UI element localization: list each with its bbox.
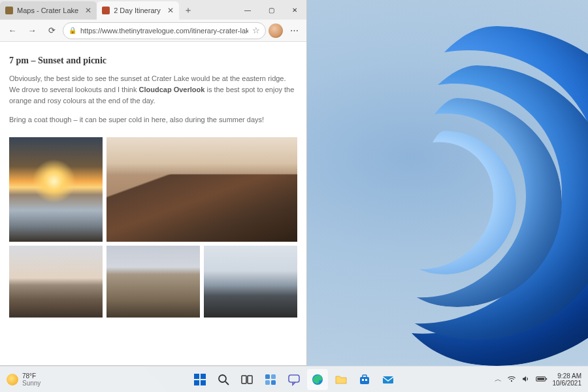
- favicon-icon: [102, 7, 110, 14]
- clock-date: 10/6/2021: [553, 380, 582, 387]
- close-tab-icon[interactable]: ✕: [167, 6, 174, 15]
- back-button[interactable]: ←: [4, 22, 21, 39]
- favorite-icon[interactable]: ☆: [252, 25, 260, 35]
- weather-temp: 78°F: [22, 372, 41, 380]
- wifi-icon[interactable]: [507, 374, 516, 385]
- svg-rect-1: [201, 374, 206, 379]
- close-window-button[interactable]: ✕: [283, 0, 306, 20]
- svg-rect-11: [271, 380, 276, 385]
- system-tray: ︿ 9:28 AM 10/6/2021: [488, 372, 589, 387]
- svg-rect-16: [362, 379, 364, 381]
- gallery-photo-road[interactable]: [204, 246, 297, 318]
- svg-rect-17: [365, 379, 367, 381]
- svg-rect-10: [265, 380, 270, 385]
- browser-titlebar[interactable]: Maps - Crater Lake ✕ 2 Day Itinerary ✕ ＋…: [0, 0, 306, 20]
- window-controls: — ▢ ✕: [236, 0, 306, 20]
- store-icon[interactable]: [354, 369, 375, 390]
- weather-condition: Sunny: [22, 380, 41, 387]
- svg-rect-8: [265, 374, 270, 379]
- widgets-button[interactable]: [260, 369, 281, 390]
- taskbar-clock[interactable]: 9:28 AM 10/6/2021: [553, 372, 582, 387]
- start-button[interactable]: [189, 369, 210, 390]
- photo-gallery: [9, 137, 297, 318]
- volume-icon[interactable]: [521, 374, 531, 385]
- more-menu-button[interactable]: ⋯: [286, 22, 302, 39]
- svg-point-4: [219, 375, 226, 382]
- battery-icon[interactable]: [536, 375, 547, 384]
- maximize-button[interactable]: ▢: [259, 0, 283, 20]
- forward-button[interactable]: →: [24, 22, 41, 39]
- svg-rect-12: [289, 375, 299, 382]
- svg-line-5: [225, 382, 229, 385]
- gallery-photo-sunset[interactable]: [9, 137, 103, 242]
- file-explorer-icon[interactable]: [331, 369, 351, 390]
- gallery-photo-dusk[interactable]: [106, 246, 200, 318]
- svg-rect-7: [248, 376, 252, 384]
- favicon-icon: [5, 7, 13, 14]
- tab-itinerary[interactable]: 2 Day Itinerary ✕: [97, 1, 179, 20]
- svg-rect-9: [271, 374, 276, 379]
- article-paragraph: Obviously, the best side to see the suns…: [9, 73, 297, 106]
- svg-rect-6: [242, 376, 246, 384]
- svg-rect-2: [194, 380, 199, 385]
- chat-button[interactable]: [284, 369, 304, 390]
- tab-strip: Maps - Crater Lake ✕ 2 Day Itinerary ✕ ＋: [0, 0, 236, 20]
- svg-rect-0: [194, 374, 199, 379]
- tray-overflow-icon[interactable]: ︿: [495, 374, 502, 384]
- tab-label: Maps - Crater Lake: [17, 7, 78, 14]
- clock-time: 9:28 AM: [553, 372, 582, 380]
- new-tab-button[interactable]: ＋: [179, 1, 197, 20]
- article-heading: 7 pm – Sunset and picnic: [9, 54, 297, 68]
- lock-icon: 🔒: [69, 27, 76, 34]
- url-input[interactable]: [80, 27, 248, 35]
- svg-rect-18: [383, 376, 393, 384]
- browser-window: Maps - Crater Lake ✕ 2 Day Itinerary ✕ ＋…: [0, 0, 307, 366]
- browser-toolbar: ← → ⟳ 🔒 ☆ ⋯: [0, 20, 306, 42]
- tab-maps[interactable]: Maps - Crater Lake ✕: [0, 1, 97, 20]
- gallery-photo-haze[interactable]: [9, 246, 103, 318]
- close-tab-icon[interactable]: ✕: [85, 6, 91, 15]
- svg-rect-22: [546, 378, 547, 379]
- gallery-photo-ridge[interactable]: [106, 137, 297, 242]
- svg-rect-3: [201, 380, 206, 385]
- article-paragraph: Bring a coat though – it can be super co…: [9, 114, 297, 125]
- taskbar-center: [189, 369, 399, 390]
- page-content[interactable]: 7 pm – Sunset and picnic Obviously, the …: [0, 42, 306, 365]
- profile-avatar[interactable]: [269, 24, 283, 38]
- address-bar[interactable]: 🔒 ☆: [63, 22, 266, 39]
- svg-point-19: [510, 380, 512, 382]
- weather-sun-icon: [7, 374, 18, 385]
- svg-rect-15: [363, 375, 367, 378]
- refresh-button[interactable]: ⟳: [43, 22, 60, 39]
- mail-icon[interactable]: [378, 369, 399, 390]
- tab-label: 2 Day Itinerary: [114, 7, 161, 14]
- taskbar-weather[interactable]: 78°F Sunny: [0, 372, 47, 387]
- desktop: Maps - Crater Lake ✕ 2 Day Itinerary ✕ ＋…: [0, 0, 588, 392]
- svg-rect-21: [537, 378, 544, 380]
- taskbar: 78°F Sunny: [0, 366, 588, 392]
- minimize-button[interactable]: —: [236, 0, 259, 20]
- search-button[interactable]: [213, 369, 234, 390]
- edge-app-icon[interactable]: [307, 369, 328, 390]
- task-view-button[interactable]: [237, 369, 257, 390]
